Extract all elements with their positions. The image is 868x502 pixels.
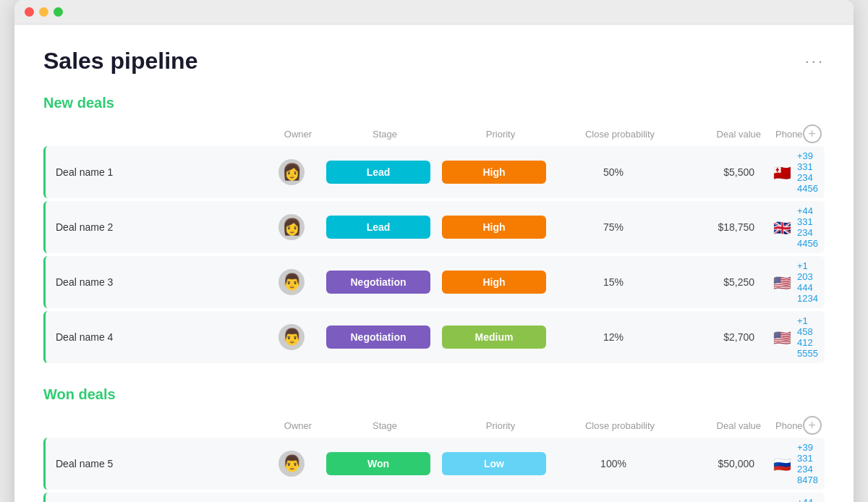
stage-badge: Lead bbox=[326, 216, 430, 239]
won-deals-section: Won deals Owner Stage Priority Close pro… bbox=[43, 386, 825, 502]
phone-cell: 🇬🇧 +44 331 234 4456 bbox=[769, 205, 818, 249]
phone-cell: 🇨🇭 +44 331 234 4456 bbox=[769, 497, 818, 502]
phone-link[interactable]: +1 203 444 1234 bbox=[797, 260, 818, 304]
won-deals-title: Won deals bbox=[43, 386, 825, 403]
won-deals-rows: Deal name 5 👨 Won Low 100% $50,000 🇷🇺 +3… bbox=[43, 438, 825, 502]
stage-badge: Lead bbox=[326, 161, 430, 184]
stage-cell: Negotiation bbox=[320, 326, 436, 349]
avatar: 👨 bbox=[278, 451, 305, 477]
col-phone-header: Phone bbox=[775, 129, 803, 140]
priority-badge: Low bbox=[442, 452, 546, 475]
priority-badge: High bbox=[442, 161, 546, 184]
priority-cell: High bbox=[436, 216, 552, 239]
phone-link[interactable]: +44 331 234 4456 bbox=[797, 497, 818, 502]
avatar: 👩 bbox=[278, 214, 305, 240]
avatar: 👨 bbox=[278, 324, 305, 350]
deal-name: Deal name 1 bbox=[46, 166, 263, 178]
owner-cell: 👩 bbox=[263, 159, 320, 185]
table-row[interactable]: Deal name 3 👨 Negotiation High 15% $5,25… bbox=[43, 256, 825, 308]
priority-cell: Medium bbox=[436, 326, 552, 349]
won-col-stage-header: Stage bbox=[327, 420, 443, 431]
title-bar bbox=[14, 0, 854, 25]
country-flag: 🇹🇴 bbox=[773, 166, 792, 179]
stage-cell: Negotiation bbox=[320, 271, 436, 294]
phone-cell: 🇹🇴 +39 331 234 4456 bbox=[769, 150, 818, 194]
phone-link[interactable]: +39 331 234 4456 bbox=[797, 150, 818, 194]
page-header: Sales pipeline ··· bbox=[43, 48, 825, 75]
deal-value: $2,700 bbox=[675, 331, 769, 343]
table-row[interactable]: Deal name 5 👨 Won Low 100% $50,000 🇷🇺 +3… bbox=[43, 438, 825, 490]
table-row[interactable]: Deal name 2 👩 Lead High 75% $18,750 🇬🇧 +… bbox=[43, 201, 825, 253]
phone-link[interactable]: +44 331 234 4456 bbox=[797, 205, 818, 249]
page-title: Sales pipeline bbox=[43, 48, 197, 75]
stage-badge: Negotiation bbox=[326, 326, 430, 349]
deal-value: $50,000 bbox=[675, 458, 769, 469]
won-col-phone-header: Phone bbox=[775, 420, 803, 431]
close-dot[interactable] bbox=[25, 7, 34, 17]
close-prob: 75% bbox=[552, 221, 675, 233]
col-priority-header: Priority bbox=[443, 129, 558, 140]
minimize-dot[interactable] bbox=[39, 7, 48, 17]
country-flag: 🇺🇸 bbox=[773, 331, 792, 344]
won-col-add-header: + bbox=[803, 416, 829, 435]
priority-badge: High bbox=[442, 216, 546, 239]
close-prob: 15% bbox=[552, 276, 675, 288]
main-content: Sales pipeline ··· New deals Owner Stage… bbox=[14, 25, 854, 502]
stage-cell: Lead bbox=[320, 161, 436, 184]
owner-cell: 👩 bbox=[263, 214, 320, 240]
more-button[interactable]: ··· bbox=[805, 52, 825, 71]
phone-cell: 🇺🇸 +1 203 444 1234 bbox=[769, 260, 818, 304]
won-deals-table-header: Owner Stage Priority Close probability D… bbox=[43, 413, 825, 438]
new-deals-table-header: Owner Stage Priority Close probability D… bbox=[43, 122, 825, 146]
new-deals-section: New deals Owner Stage Priority Close pro… bbox=[43, 95, 825, 363]
owner-cell: 👨 bbox=[263, 324, 320, 350]
phone-link[interactable]: +39 331 234 8478 bbox=[797, 442, 818, 485]
country-flag: 🇷🇺 bbox=[773, 457, 792, 470]
new-deals-title: New deals bbox=[43, 95, 825, 111]
close-prob: 12% bbox=[552, 331, 675, 343]
table-row[interactable]: Deal name 4 👨 Negotiation Medium 12% $2,… bbox=[43, 311, 825, 363]
deal-value: $18,750 bbox=[675, 221, 769, 233]
phone-link[interactable]: +1 458 412 5555 bbox=[797, 315, 818, 359]
won-col-value-header: Deal value bbox=[681, 420, 775, 431]
priority-cell: High bbox=[436, 271, 552, 294]
col-prob-header: Close probability bbox=[558, 129, 681, 140]
priority-cell: High bbox=[436, 161, 552, 184]
phone-cell: 🇺🇸 +1 458 412 5555 bbox=[769, 315, 818, 359]
country-flag: 🇺🇸 bbox=[773, 276, 792, 289]
priority-badge: High bbox=[442, 271, 546, 294]
close-prob: 100% bbox=[552, 458, 675, 469]
avatar: 👨 bbox=[278, 269, 305, 295]
col-value-header: Deal value bbox=[681, 129, 775, 140]
table-row[interactable]: Deal name 1 👩 Lead High 50% $5,500 🇹🇴 +3… bbox=[43, 146, 825, 198]
priority-badge: Medium bbox=[442, 326, 546, 349]
deal-name: Deal name 2 bbox=[46, 221, 263, 233]
avatar: 👩 bbox=[278, 159, 305, 185]
app-window: Sales pipeline ··· New deals Owner Stage… bbox=[14, 0, 854, 502]
won-col-prob-header: Close probability bbox=[558, 420, 681, 431]
stage-cell: Won bbox=[320, 452, 436, 475]
col-add-header: + bbox=[803, 124, 829, 143]
deal-name: Deal name 3 bbox=[46, 276, 263, 288]
won-add-col-icon[interactable]: + bbox=[803, 416, 822, 435]
priority-cell: Low bbox=[436, 452, 552, 475]
new-deals-rows: Deal name 1 👩 Lead High 50% $5,500 🇹🇴 +3… bbox=[43, 146, 825, 363]
stage-cell: Lead bbox=[320, 216, 436, 239]
owner-cell: 👨 bbox=[263, 451, 320, 477]
add-col-icon[interactable]: + bbox=[803, 124, 822, 143]
deal-name: Deal name 5 bbox=[46, 458, 263, 469]
deal-value: $5,250 bbox=[675, 276, 769, 288]
col-owner-header: Owner bbox=[269, 129, 327, 140]
table-row[interactable]: Deal name 6 👨 Won Medium 60% $25,900 🇨🇭 … bbox=[43, 493, 825, 502]
stage-badge: Negotiation bbox=[326, 271, 430, 294]
owner-cell: 👨 bbox=[263, 269, 320, 295]
phone-cell: 🇷🇺 +39 331 234 8478 bbox=[769, 442, 818, 485]
close-prob: 50% bbox=[552, 166, 675, 178]
deal-name: Deal name 4 bbox=[46, 331, 263, 343]
stage-badge: Won bbox=[326, 452, 430, 475]
maximize-dot[interactable] bbox=[54, 7, 63, 17]
won-col-owner-header: Owner bbox=[269, 420, 327, 431]
country-flag: 🇬🇧 bbox=[773, 221, 792, 234]
col-stage-header: Stage bbox=[327, 129, 443, 140]
deal-value: $5,500 bbox=[675, 166, 769, 178]
